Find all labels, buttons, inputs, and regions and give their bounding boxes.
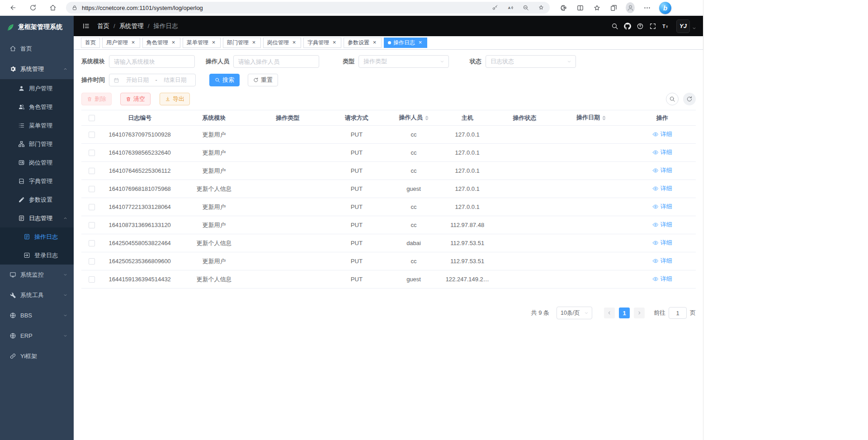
- current-page-button[interactable]: 1: [619, 308, 630, 318]
- tab-close-icon[interactable]: ×: [372, 40, 377, 46]
- tab-close-icon[interactable]: ×: [291, 40, 297, 46]
- sidebar-item-tools[interactable]: 系统工具: [0, 285, 74, 305]
- sidebar-item-post[interactable]: 岗位管理: [0, 153, 74, 172]
- detail-link[interactable]: 详细: [652, 185, 672, 193]
- detail-link[interactable]: 详细: [652, 257, 672, 265]
- tab-close-icon[interactable]: ×: [417, 40, 423, 46]
- tab-dept[interactable]: 部门管理×: [223, 38, 261, 48]
- table-search-toggle-button[interactable]: [666, 93, 679, 105]
- sidebar-item-role[interactable]: 角色管理: [0, 98, 74, 116]
- detail-link[interactable]: 详细: [652, 166, 672, 175]
- detail-link[interactable]: 详细: [652, 130, 672, 138]
- sidebar-item-user[interactable]: 用户管理: [0, 79, 74, 98]
- settings-more-button[interactable]: [642, 4, 651, 12]
- goto-page-input[interactable]: [669, 307, 687, 319]
- favorites-button[interactable]: [592, 4, 601, 12]
- sidebar-item-home[interactable]: 首页: [0, 38, 74, 59]
- sidebar-item-yiframe[interactable]: Yi框架: [0, 346, 74, 366]
- tab-home[interactable]: 首页: [81, 38, 100, 48]
- browser-address-bar[interactable]: https://ccnetcore.com:1101/system/log/op…: [66, 2, 550, 14]
- tab-operlog[interactable]: 操作日志×: [384, 38, 427, 48]
- zoom-button[interactable]: [523, 5, 529, 11]
- navbar-search-button[interactable]: [609, 20, 621, 33]
- row-checkbox[interactable]: [89, 186, 95, 192]
- row-checkbox[interactable]: [89, 240, 95, 246]
- sidebar-item-loginlog[interactable]: 登录日志: [0, 246, 74, 265]
- operator-input[interactable]: [233, 55, 319, 68]
- browser-home-button[interactable]: [46, 1, 60, 14]
- next-page-button[interactable]: [634, 308, 645, 318]
- sidebar-item-dict[interactable]: 字典管理: [0, 172, 74, 190]
- sort-caret-icon[interactable]: [425, 114, 429, 122]
- breadcrumb-item[interactable]: 系统管理: [119, 22, 144, 30]
- detail-link[interactable]: 详细: [652, 239, 672, 247]
- navbar-font-size-button[interactable]: TT: [659, 20, 672, 33]
- navbar-question-button[interactable]: [634, 20, 646, 33]
- row-checkbox[interactable]: [89, 168, 95, 174]
- detail-link[interactable]: 详细: [652, 203, 672, 211]
- tab-role[interactable]: 角色管理×: [142, 38, 180, 48]
- column-header-date[interactable]: 操作日期: [553, 110, 628, 126]
- sidebar-item-operlog[interactable]: 操作日志: [0, 227, 74, 246]
- user-avatar[interactable]: YJ: [676, 19, 690, 33]
- navbar-github-button[interactable]: [621, 20, 634, 33]
- select-all-checkbox[interactable]: [89, 115, 95, 121]
- detail-link[interactable]: 详细: [652, 221, 672, 229]
- avatar-dropdown-caret[interactable]: [692, 26, 697, 31]
- tab-menu[interactable]: 菜单管理×: [183, 38, 221, 48]
- row-checkbox[interactable]: [89, 276, 95, 283]
- prev-page-button[interactable]: [604, 308, 615, 318]
- type-select[interactable]: 操作类型: [359, 55, 449, 68]
- breadcrumb-item[interactable]: 首页: [97, 22, 109, 30]
- reset-button[interactable]: 重置: [248, 74, 278, 86]
- sidebar-item-bbs[interactable]: BBS: [0, 305, 74, 326]
- sidebar-item-dept[interactable]: 部门管理: [0, 135, 74, 153]
- sidebar-item-param[interactable]: 参数设置: [0, 190, 74, 209]
- detail-link[interactable]: 详细: [652, 275, 672, 283]
- row-checkbox[interactable]: [89, 222, 95, 228]
- password-manager-button[interactable]: [492, 5, 498, 11]
- export-button[interactable]: 导出: [160, 93, 190, 105]
- collections-button[interactable]: [609, 4, 618, 12]
- clear-button[interactable]: 清空: [120, 93, 151, 105]
- tab-close-icon[interactable]: ×: [130, 40, 136, 46]
- tab-dict[interactable]: 字典管理×: [303, 38, 341, 48]
- row-checkbox[interactable]: [89, 150, 95, 156]
- browser-refresh-button[interactable]: [26, 1, 40, 14]
- delete-button[interactable]: 删除: [81, 93, 112, 105]
- table-refresh-button[interactable]: [683, 93, 696, 105]
- tab-param[interactable]: 参数设置×: [344, 38, 382, 48]
- tab-close-icon[interactable]: ×: [211, 40, 217, 46]
- sidebar-item-log[interactable]: 日志管理: [0, 209, 74, 227]
- sidebar-item-erp[interactable]: ERP: [0, 326, 74, 346]
- module-input[interactable]: [109, 55, 195, 68]
- tab-post[interactable]: 岗位管理×: [263, 38, 301, 48]
- profile-button[interactable]: [626, 2, 635, 13]
- read-aloud-button[interactable]: A: [507, 5, 514, 11]
- browser-url[interactable]: https://ccnetcore.com:1101/system/log/op…: [82, 5, 203, 11]
- page-size-select[interactable]: 10条/页: [557, 307, 592, 319]
- sidebar-item-system[interactable]: 系统管理: [0, 59, 74, 79]
- row-checkbox[interactable]: [89, 258, 95, 265]
- sort-caret-icon[interactable]: [602, 114, 606, 122]
- status-select[interactable]: 日志状态: [486, 55, 576, 68]
- tab-user[interactable]: 用户管理×: [102, 38, 140, 48]
- row-checkbox[interactable]: [89, 132, 95, 138]
- search-button[interactable]: 搜索: [209, 74, 240, 86]
- tab-close-icon[interactable]: ×: [331, 40, 337, 46]
- sidebar-item-monitor[interactable]: 系统监控: [0, 265, 74, 285]
- tab-close-icon[interactable]: ×: [251, 40, 257, 46]
- add-favorite-button[interactable]: [538, 5, 544, 11]
- split-screen-button[interactable]: [576, 4, 585, 12]
- detail-link[interactable]: 详细: [652, 148, 672, 156]
- tab-close-icon[interactable]: ×: [170, 40, 176, 46]
- browser-back-button[interactable]: [6, 1, 20, 14]
- extensions-button[interactable]: [559, 4, 568, 12]
- date-range-picker[interactable]: 开始日期 - 结束日期: [109, 74, 196, 86]
- bing-chat-button[interactable]: b: [659, 2, 671, 14]
- navbar-fullscreen-button[interactable]: [646, 20, 659, 33]
- sidebar-item-menu[interactable]: 菜单管理: [0, 116, 74, 135]
- column-header-operator[interactable]: 操作人员: [388, 110, 439, 126]
- row-checkbox[interactable]: [89, 204, 95, 210]
- sidebar-toggle-button[interactable]: [79, 19, 93, 33]
